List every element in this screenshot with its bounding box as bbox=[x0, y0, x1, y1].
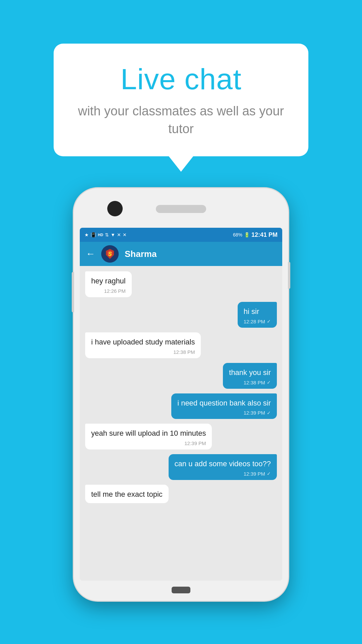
message-time: 12:28 PM bbox=[244, 319, 265, 324]
bluetooth-icon: ★ bbox=[84, 232, 89, 237]
message-text: i have uploaded study materials bbox=[91, 337, 195, 347]
back-button[interactable]: ← bbox=[86, 249, 95, 259]
signal2-icon: ✕ bbox=[123, 232, 127, 237]
message-meta: 12:26 PM bbox=[91, 288, 126, 294]
message-row: can u add some videos too?? 12:39 PM ✓ bbox=[85, 454, 277, 480]
message-text: yeah sure will upload in 10 minutes bbox=[91, 428, 206, 439]
message-bubble-sent: can u add some videos too?? 12:39 PM ✓ bbox=[169, 454, 277, 480]
message-row: hi sir 12:28 PM ✓ bbox=[85, 302, 277, 328]
message-time: 12:38 PM bbox=[173, 349, 195, 355]
message-text: i need question bank also sir bbox=[177, 398, 271, 409]
phone-camera bbox=[107, 201, 123, 216]
check-icon: ✓ bbox=[267, 380, 271, 385]
phone-body: ★ 📳 HD ⇅ ▼ ✕ ✕ 68% 🔋 12:41 PM ← bbox=[74, 188, 288, 601]
battery-icon: 🔋 bbox=[244, 232, 250, 237]
promo-section: Live chat with your classmates as well a… bbox=[54, 44, 308, 156]
message-meta: 12:39 PM ✓ bbox=[175, 471, 271, 477]
message-text: thank you sir bbox=[229, 368, 271, 378]
phone-screen: ★ 📳 HD ⇅ ▼ ✕ ✕ 68% 🔋 12:41 PM ← bbox=[80, 228, 282, 581]
message-row: i need question bank also sir 12:39 PM ✓ bbox=[85, 393, 277, 419]
message-time: 12:39 PM bbox=[184, 440, 206, 446]
message-row: yeah sure will upload in 10 minutes 12:3… bbox=[85, 424, 277, 449]
message-meta: 12:39 PM ✓ bbox=[177, 410, 271, 416]
main-title: Live chat bbox=[77, 62, 285, 96]
avatar: S bbox=[101, 245, 119, 263]
message-text: hey raghul bbox=[91, 276, 126, 286]
message-bubble-received: hey raghul 12:26 PM bbox=[85, 271, 132, 297]
message-row: thank you sir 12:38 PM ✓ bbox=[85, 363, 277, 389]
message-row: i have uploaded study materials 12:38 PM bbox=[85, 332, 277, 358]
hd-icon: HD bbox=[98, 233, 103, 237]
message-time: 12:26 PM bbox=[104, 288, 126, 294]
message-row: tell me the exact topic bbox=[85, 485, 277, 503]
phone-speaker bbox=[156, 205, 206, 213]
phone-home-button bbox=[172, 587, 190, 593]
arrows-icon: ⇅ bbox=[105, 232, 109, 237]
phone-mockup: ★ 📳 HD ⇅ ▼ ✕ ✕ 68% 🔋 12:41 PM ← bbox=[74, 188, 288, 601]
status-time: 12:41 PM bbox=[251, 231, 278, 238]
app-bar: ← S Sharma bbox=[80, 242, 282, 266]
message-meta: 12:28 PM ✓ bbox=[244, 319, 271, 324]
message-bubble-received-partial: tell me the exact topic bbox=[85, 485, 169, 503]
message-bubble-sent: i need question bank also sir 12:39 PM ✓ bbox=[171, 393, 277, 419]
side-button-left bbox=[72, 272, 74, 312]
status-bar-right: 68% 🔋 12:41 PM bbox=[233, 231, 278, 238]
svg-text:S: S bbox=[108, 251, 112, 257]
contact-name: Sharma bbox=[125, 249, 157, 259]
message-time: 12:38 PM bbox=[244, 380, 265, 385]
status-bar: ★ 📳 HD ⇅ ▼ ✕ ✕ 68% 🔋 12:41 PM bbox=[80, 228, 282, 242]
message-bubble-sent: hi sir 12:28 PM ✓ bbox=[238, 302, 277, 328]
status-icons-left: ★ 📳 HD ⇅ ▼ ✕ ✕ bbox=[84, 232, 127, 237]
vibrate-icon: 📳 bbox=[90, 232, 96, 237]
speech-bubble: Live chat with your classmates as well a… bbox=[54, 44, 308, 156]
chat-area: hey raghul 12:26 PM hi sir 12:28 PM ✓ bbox=[80, 266, 282, 581]
message-row: hey raghul 12:26 PM bbox=[85, 271, 277, 297]
message-bubble-received: yeah sure will upload in 10 minutes 12:3… bbox=[85, 424, 212, 449]
message-time: 12:39 PM bbox=[244, 410, 265, 416]
message-text: hi sir bbox=[244, 307, 271, 317]
message-bubble-received: i have uploaded study materials 12:38 PM bbox=[85, 332, 201, 358]
message-meta: 12:39 PM bbox=[91, 440, 206, 446]
message-time: 12:39 PM bbox=[244, 471, 265, 477]
check-icon: ✓ bbox=[267, 319, 271, 324]
superman-avatar-icon: S bbox=[103, 247, 117, 261]
side-button-right bbox=[288, 262, 290, 289]
check-icon: ✓ bbox=[267, 410, 271, 416]
message-meta: 12:38 PM bbox=[91, 349, 195, 355]
message-text: can u add some videos too?? bbox=[175, 459, 271, 469]
signal-icon: ✕ bbox=[117, 232, 121, 237]
message-bubble-sent: thank you sir 12:38 PM ✓ bbox=[223, 363, 277, 389]
message-meta: 12:38 PM ✓ bbox=[229, 380, 271, 385]
check-icon: ✓ bbox=[267, 471, 271, 476]
message-text: tell me the exact topic bbox=[91, 489, 163, 500]
wifi-icon: ▼ bbox=[111, 232, 115, 237]
battery-percent: 68% bbox=[233, 232, 242, 237]
subtitle: with your classmates as well as your tut… bbox=[77, 102, 285, 138]
